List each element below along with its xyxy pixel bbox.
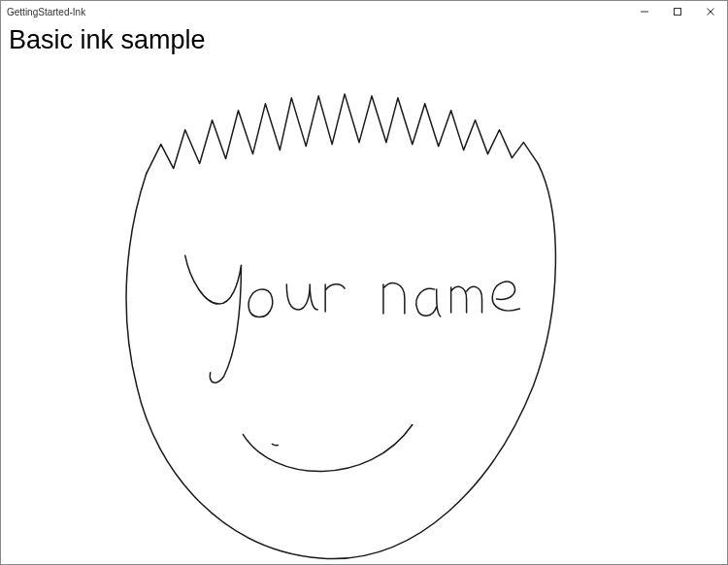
- svg-rect-1: [675, 9, 681, 16]
- window-title: GettingStarted-Ink: [7, 7, 628, 17]
- maximize-button[interactable]: [661, 1, 694, 22]
- minimize-button[interactable]: [628, 1, 661, 22]
- ink-drawing: [1, 57, 727, 564]
- window-titlebar[interactable]: GettingStarted-Ink: [1, 1, 727, 22]
- minimize-icon: [640, 7, 649, 17]
- app-content: Basic ink sample: [1, 22, 727, 564]
- close-icon: [706, 7, 715, 17]
- maximize-icon: [673, 7, 682, 17]
- window-controls: [628, 1, 727, 22]
- ink-canvas[interactable]: [1, 57, 727, 564]
- page-title: Basic ink sample: [9, 26, 719, 55]
- close-button[interactable]: [694, 1, 727, 22]
